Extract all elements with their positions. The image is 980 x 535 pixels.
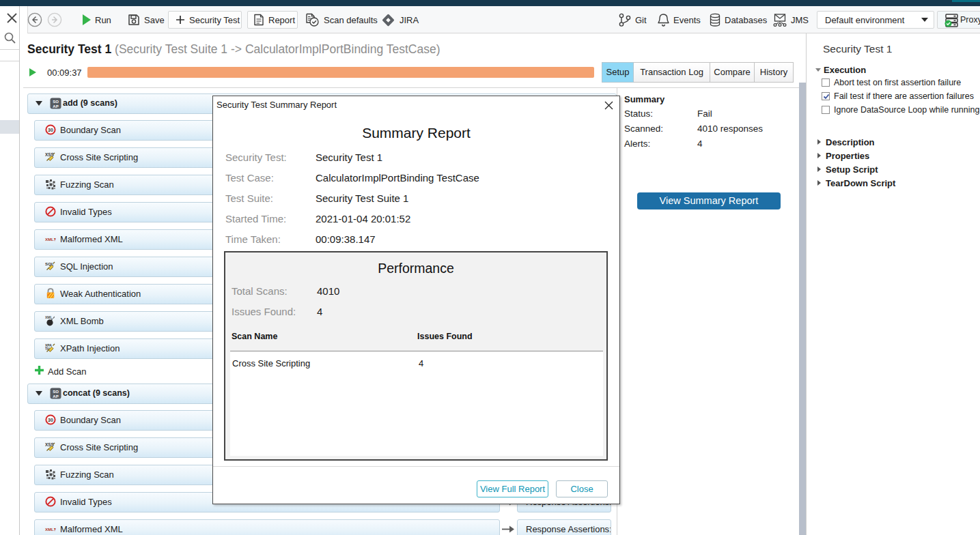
svg-text:30: 30	[48, 128, 53, 132]
svg-text:SQL: SQL	[45, 261, 54, 266]
svg-text:30: 30	[48, 418, 53, 422]
svg-text:XML‽: XML‽	[45, 237, 56, 242]
svg-text:SO: SO	[53, 390, 59, 394]
svg-text:SO: SO	[53, 100, 59, 104]
svg-text:AP: AP	[53, 394, 58, 399]
svg-text:AP: AP	[53, 104, 58, 109]
svg-text:XML: XML	[45, 315, 53, 319]
svg-text:XML‽: XML‽	[45, 527, 56, 532]
